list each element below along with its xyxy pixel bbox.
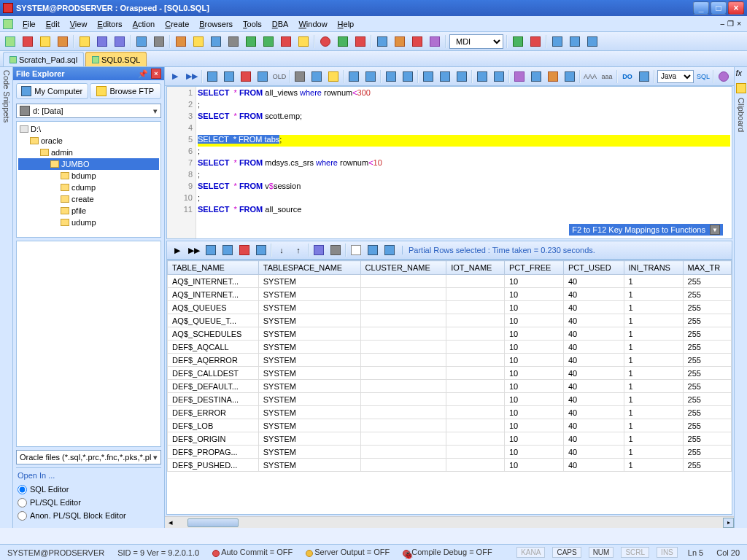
tb-btn-3[interactable] xyxy=(38,34,53,49)
up-icon[interactable]: ↑ xyxy=(291,243,306,257)
tb-btn-2[interactable] xyxy=(20,34,35,49)
grid-cell[interactable]: 40 xyxy=(563,367,624,380)
grid-cell[interactable]: 255 xyxy=(683,341,731,354)
table-row[interactable]: DEF$_PROPAG...SYSTEM10401255 xyxy=(168,446,732,459)
code-line[interactable]: ; xyxy=(198,147,730,158)
undo-icon[interactable] xyxy=(384,69,398,84)
grid-cell[interactable]: 10 xyxy=(504,380,563,393)
tool-icon[interactable] xyxy=(529,69,543,84)
h-icon[interactable] xyxy=(637,69,651,84)
menu-browsers[interactable]: Browsers xyxy=(194,18,238,30)
grid-cell[interactable]: 1 xyxy=(624,314,683,327)
tb-btn-24[interactable] xyxy=(427,34,442,49)
grid-cell[interactable]: SYSTEM xyxy=(258,314,360,327)
grid-cell[interactable]: SYSTEM xyxy=(258,419,360,432)
grid-cell[interactable]: 255 xyxy=(683,327,731,341)
align-icon[interactable] xyxy=(454,69,469,84)
save-grid-icon[interactable] xyxy=(311,243,326,257)
grid-cell[interactable]: 1 xyxy=(624,327,683,341)
code-line[interactable]: SELECT * FROM v$session xyxy=(198,182,730,193)
clear-icon[interactable] xyxy=(239,69,253,84)
pin-icon[interactable]: 📌 xyxy=(138,69,148,79)
mdi-min-icon[interactable]: – xyxy=(721,20,725,28)
grid-cell[interactable] xyxy=(446,367,505,380)
grid-cell[interactable]: 255 xyxy=(683,380,731,393)
wand-icon[interactable] xyxy=(512,69,527,84)
tool2-icon[interactable] xyxy=(562,69,577,84)
openin-option[interactable]: Anon. PL/SQL Block Editor xyxy=(18,509,160,522)
code-line[interactable]: SELECT * FROM all_source xyxy=(198,205,730,217)
openin-radio[interactable] xyxy=(18,498,27,508)
grid-cell[interactable]: DEF$_CALLDEST xyxy=(168,367,259,380)
table-row[interactable]: AQ$_QUEUE_T...SYSTEM10401255 xyxy=(168,314,732,327)
grid-cell[interactable] xyxy=(446,341,505,354)
grid-cell[interactable]: 255 xyxy=(683,367,731,380)
grid-cell[interactable]: 40 xyxy=(563,432,624,446)
grid-cell[interactable]: 10 xyxy=(504,432,563,446)
replace-icon[interactable] xyxy=(363,69,378,84)
grid-cell[interactable]: 1 xyxy=(624,446,683,459)
tb-btn-10[interactable] xyxy=(174,34,188,49)
grid-cell[interactable]: 40 xyxy=(563,446,624,459)
grid-cell[interactable]: DEF$_PUSHED... xyxy=(168,459,259,472)
grid-cell[interactable] xyxy=(446,288,505,301)
mdi-select[interactable]: MDI xyxy=(449,34,503,49)
grid-cell[interactable]: AQ$_SCHEDULES xyxy=(168,327,259,341)
tb-btn-14[interactable] xyxy=(244,34,258,49)
menu-create[interactable]: Create xyxy=(160,18,194,30)
code-line[interactable] xyxy=(198,123,730,135)
scroll-thumb[interactable] xyxy=(187,518,239,527)
grid-cell[interactable]: 40 xyxy=(563,314,624,327)
commit-button[interactable] xyxy=(336,34,350,49)
tb-btn-25[interactable] xyxy=(511,34,525,49)
table-row[interactable]: DEF$_AQCALLSYSTEM10401255 xyxy=(168,341,732,354)
grid-cell[interactable]: DEF$_ORIGIN xyxy=(168,432,259,446)
grid-cell[interactable] xyxy=(360,419,446,432)
code-line[interactable]: SELECT * FROM mdsys.cs_srs where rownum<… xyxy=(198,158,730,170)
grid-cell[interactable] xyxy=(360,314,446,327)
grid-cell[interactable]: 40 xyxy=(563,419,624,432)
saveall-button[interactable] xyxy=(112,34,127,49)
grid-cell[interactable]: 1 xyxy=(624,406,683,419)
grid-cell[interactable]: 10 xyxy=(504,354,563,367)
grid-hscrollbar[interactable]: ◂ ▸ xyxy=(165,516,734,528)
grid-cell[interactable]: 10 xyxy=(504,446,563,459)
grid-cell[interactable]: 10 xyxy=(504,327,563,341)
drive-select[interactable]: d: [Data] xyxy=(16,104,161,118)
tree-node[interactable]: cdump xyxy=(18,182,159,193)
grid-cell[interactable] xyxy=(360,275,446,288)
grid-cell[interactable]: 40 xyxy=(563,406,624,419)
grid-cell[interactable]: 40 xyxy=(563,459,624,472)
tree-node[interactable]: pfile xyxy=(18,205,159,217)
grid-cell[interactable] xyxy=(446,432,505,446)
close-button[interactable]: × xyxy=(728,1,744,15)
grid-cell[interactable]: 255 xyxy=(683,406,731,419)
grid-cell[interactable] xyxy=(360,341,446,354)
fn-key-hint[interactable]: F2 to F12 Key Mappings to Functions ▼ xyxy=(569,224,723,236)
table-row[interactable]: DEF$_DEFAULT...SYSTEM10401255 xyxy=(168,380,732,393)
language-select[interactable]: Java xyxy=(657,70,694,83)
grid-cell[interactable]: 40 xyxy=(563,301,624,314)
tb-btn-21[interactable] xyxy=(375,34,390,49)
openin-radio[interactable] xyxy=(18,511,27,521)
tree-node[interactable]: oracle xyxy=(18,135,159,147)
grid-cell[interactable]: 255 xyxy=(683,419,731,432)
table-row[interactable]: AQ$_SCHEDULESSYSTEM10401255 xyxy=(168,327,732,341)
fx-icon[interactable]: fx xyxy=(736,69,746,79)
grid-cell[interactable] xyxy=(360,380,446,393)
grid-cell[interactable] xyxy=(446,393,505,406)
grid-header[interactable]: INI_TRANS xyxy=(624,261,683,275)
grid-cell[interactable]: DEF$_AQCALL xyxy=(168,341,259,354)
menu-dba[interactable]: DBA xyxy=(267,18,294,30)
panel-close-icon[interactable]: × xyxy=(151,69,161,79)
file-tab[interactable]: Scratch_Pad.sql xyxy=(3,52,84,66)
grid-cell[interactable] xyxy=(360,406,446,419)
grid-cell[interactable]: 255 xyxy=(683,446,731,459)
d-icon[interactable] xyxy=(716,69,731,84)
table-row[interactable]: DEF$_CALLDESTSYSTEM10401255 xyxy=(168,367,732,380)
down-icon[interactable]: ↓ xyxy=(274,243,289,257)
table-row[interactable]: DEF$_AQERRORSYSTEM10401255 xyxy=(168,354,732,367)
grid-cell[interactable]: 10 xyxy=(504,314,563,327)
grid-cell[interactable]: 1 xyxy=(624,341,683,354)
code-line[interactable]: SELECT * FROM tabs; xyxy=(198,135,730,147)
